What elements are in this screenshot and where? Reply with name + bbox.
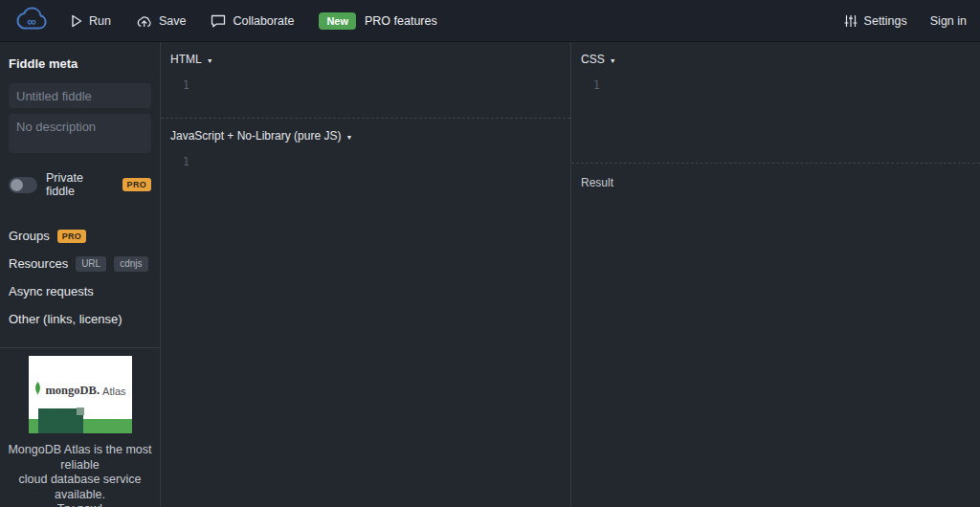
js-line-number: 1 xyxy=(161,155,189,168)
cloud-infinity-logo-icon: ∞ xyxy=(13,5,50,36)
html-editor[interactable]: 1 xyxy=(161,78,570,92)
html-line-number: 1 xyxy=(161,78,189,92)
js-panel-label: JavaScript + No-Library (pure JS) xyxy=(170,129,341,143)
new-badge: New xyxy=(319,12,356,30)
run-button[interactable]: Run xyxy=(71,14,111,28)
chevron-down-icon: ▼ xyxy=(345,134,352,141)
mongodb-ad-image[interactable]: mongoDB. Atlas xyxy=(29,356,132,433)
save-label: Save xyxy=(159,14,187,28)
ad-copy-line3: Try now! xyxy=(0,502,160,507)
fiddle-title-input[interactable] xyxy=(9,83,151,108)
async-requests-label: Async requests xyxy=(9,284,94,298)
editors-right-column: CSS ▼ 1 Result xyxy=(571,42,980,507)
editors-left-column: HTML ▼ 1 JavaScript + No-Library (pure J… xyxy=(161,42,571,507)
sliders-icon xyxy=(844,14,858,28)
url-badge[interactable]: URL xyxy=(76,256,106,272)
settings-button[interactable]: Settings xyxy=(844,14,907,28)
atlas-wordmark: Atlas xyxy=(102,386,125,397)
play-icon xyxy=(71,14,82,28)
css-panel-label: CSS xyxy=(581,53,605,66)
chevron-down-icon: ▼ xyxy=(207,57,213,64)
save-button[interactable]: Save xyxy=(136,14,187,28)
chevron-down-icon: ▼ xyxy=(610,57,616,64)
result-panel-label: Result xyxy=(571,164,623,189)
collaborate-button[interactable]: Collaborate xyxy=(211,14,294,28)
resources-label: Resources xyxy=(9,256,68,271)
js-panel: JavaScript + No-Library (pure JS) ▼ 1 xyxy=(161,119,570,507)
fiddle-description-input[interactable] xyxy=(9,114,151,153)
toggle-knob xyxy=(11,179,23,191)
cloud-upload-icon xyxy=(136,14,152,28)
settings-label: Settings xyxy=(864,14,907,28)
ad-copy[interactable]: MongoDB Atlas is the most reliable cloud… xyxy=(0,443,160,507)
mongodb-wordmark: mongoDB. xyxy=(45,384,100,398)
result-panel: Result xyxy=(571,164,980,507)
fiddle-meta-heading: Fiddle meta xyxy=(9,56,151,71)
carbon-ad: mongoDB. Atlas MongoDB Atlas is the most… xyxy=(0,347,160,507)
pro-badge: PRO xyxy=(122,178,151,191)
collaborate-label: Collaborate xyxy=(233,14,294,28)
private-fiddle-label: Private fiddle xyxy=(46,171,114,198)
mongodb-logo: mongoDB. Atlas xyxy=(29,382,132,400)
pro-features-link[interactable]: PRO features xyxy=(365,14,437,28)
private-fiddle-toggle[interactable] xyxy=(9,177,37,193)
sidebar-nav: Groups PRO Resources URL cdnjs Async req… xyxy=(9,222,151,333)
html-panel-header[interactable]: HTML ▼ xyxy=(161,42,223,66)
ad-copy-line2: cloud database service available. xyxy=(0,473,160,502)
sidebar-item-groups[interactable]: Groups PRO xyxy=(9,222,151,250)
sidebar-item-async-requests[interactable]: Async requests xyxy=(9,277,151,305)
sidebar-item-resources[interactable]: Resources URL cdnjs xyxy=(9,250,151,277)
run-label: Run xyxy=(89,14,111,28)
sidebar: Fiddle meta Private fiddle PRO Groups PR… xyxy=(0,42,161,507)
cdnjs-badge[interactable]: cdnjs xyxy=(114,256,147,272)
js-panel-header[interactable]: JavaScript + No-Library (pure JS) ▼ xyxy=(161,119,362,143)
sign-in-label: Sign in xyxy=(930,14,967,28)
sidebar-item-other[interactable]: Other (links, license) xyxy=(9,305,151,333)
groups-label: Groups xyxy=(9,229,50,243)
other-label: Other (links, license) xyxy=(9,312,122,326)
chat-bubble-icon xyxy=(211,14,226,28)
css-panel-header[interactable]: CSS ▼ xyxy=(571,42,626,66)
jsfiddle-logo[interactable]: ∞ xyxy=(13,5,50,36)
css-line-number: 1 xyxy=(571,78,600,92)
css-editor[interactable]: 1 xyxy=(571,78,980,92)
groups-pro-badge: PRO xyxy=(57,230,86,243)
mongodb-leaf-icon xyxy=(33,382,42,400)
private-fiddle-row: Private fiddle PRO xyxy=(9,171,151,198)
top-bar: ∞ Run Save xyxy=(0,0,980,42)
ad-small-square xyxy=(77,408,84,415)
ad-copy-line1: MongoDB Atlas is the most reliable xyxy=(0,443,160,473)
sign-in-button[interactable]: Sign in xyxy=(930,14,967,28)
jsfiddle-app: ∞ Run Save xyxy=(0,0,980,507)
svg-text:∞: ∞ xyxy=(27,14,36,29)
html-panel-label: HTML xyxy=(170,53,202,66)
js-editor[interactable]: 1 xyxy=(161,155,570,168)
main-body: Fiddle meta Private fiddle PRO Groups PR… xyxy=(0,42,980,507)
css-panel: CSS ▼ 1 xyxy=(571,42,980,164)
html-panel: HTML ▼ 1 xyxy=(161,42,570,119)
